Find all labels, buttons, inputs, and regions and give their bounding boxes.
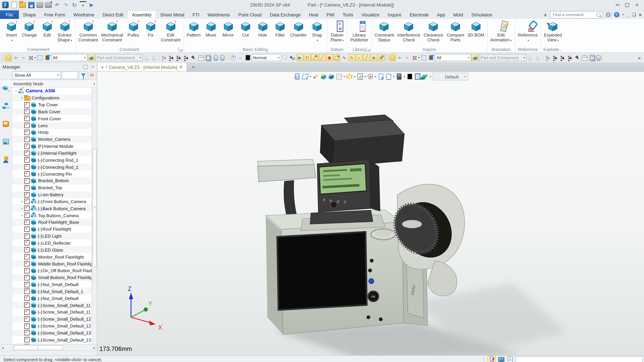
restore-button[interactable] <box>624 2 631 8</box>
dialog-launcher-icon[interactable] <box>178 47 182 51</box>
snap-add-icon[interactable] <box>396 54 403 61</box>
visibility-checkbox[interactable] <box>24 337 30 343</box>
redo-icon[interactable]: ↷ <box>62 2 69 8</box>
tree-row[interactable]: Middle Button_Roof Flashlig <box>12 260 92 267</box>
menu-tab[interactable]: Shape <box>19 10 40 19</box>
tree-row[interactable]: (-) Screw_Small_Default_13 <box>12 329 92 336</box>
snap-toggle-icon[interactable] <box>389 54 396 61</box>
visibility-checkbox[interactable] <box>24 261 30 267</box>
scroll-up-icon[interactable]: ▲ <box>93 82 96 85</box>
visibility-checkbox[interactable] <box>24 130 30 135</box>
visibility-checkbox[interactable] <box>24 240 30 246</box>
node-label[interactable]: Screw_Small_Default_13 <box>42 337 91 342</box>
node-label[interactable]: LED Light <box>42 234 62 239</box>
visibility-checkbox[interactable] <box>24 185 30 190</box>
visibility-checkbox[interactable] <box>24 268 30 273</box>
camera-model[interactable]: ZW3D <box>97 72 644 356</box>
settings-gear-icon[interactable] <box>606 12 611 17</box>
render-style-select[interactable]: ◦◦Default▾ <box>432 72 468 80</box>
color-filter-icon[interactable] <box>44 54 51 61</box>
document-tab[interactable]: + * Camera_V8.Z3 - [Internal Module] ✕ <box>97 63 187 71</box>
remove-from-selection-icon[interactable] <box>20 54 27 61</box>
ribbon-button[interactable]: Edit Animation▾ <box>489 20 513 43</box>
tree-search-input[interactable] <box>62 71 78 79</box>
node-label[interactable]: Screw_Small_Default_11 <box>42 310 90 315</box>
tree-row[interactable]: Front Cover <box>12 115 92 122</box>
customize-qat-icon[interactable]: ▾ <box>80 1 86 9</box>
mouse-gear-icon[interactable] <box>220 54 226 61</box>
visibility-checkbox[interactable] <box>24 282 30 287</box>
node-label[interactable]: LED Glass <box>42 247 63 252</box>
pick-inverse-icon[interactable] <box>183 54 190 61</box>
tree-row[interactable]: Hoop <box>12 129 92 136</box>
mdi-close-icon[interactable]: × <box>639 12 642 17</box>
tree-row[interactable]: (-) On_Off Button_Roof Flash <box>12 267 92 274</box>
menu-tab[interactable]: Inquire <box>384 10 406 19</box>
smart-pick-toggle-icon[interactable] <box>5 54 12 61</box>
node-label[interactable]: Connecting Rod_1 <box>42 158 78 162</box>
snap-midline-icon[interactable]: ╱ <box>363 54 370 61</box>
node-label[interactable]: On_Off Button_Roof Flash <box>42 268 92 273</box>
snap-line-end-icon[interactable]: ╱ <box>311 54 318 61</box>
snap-intersection-icon[interactable]: ↑ <box>356 54 362 61</box>
cursor-icon[interactable] <box>282 54 289 61</box>
ribbon-button[interactable]: Constraint Status <box>373 20 396 43</box>
node-label[interactable]: Internal Module <box>44 144 74 149</box>
ribbon-button[interactable]: Mirror <box>220 20 237 38</box>
menu-tab[interactable]: Mold <box>449 10 467 19</box>
visibility-checkbox[interactable] <box>24 296 30 301</box>
float-panel-icon[interactable] <box>83 65 88 69</box>
tree-row[interactable]: Bracket_Bottom <box>12 177 92 184</box>
minimize-button[interactable] <box>614 2 621 8</box>
color-filter-icon-right[interactable] <box>428 54 434 61</box>
node-label[interactable]: Back Buttons_Camera <box>42 206 86 211</box>
tree-row[interactable]: Monitor_Camera <box>12 136 92 143</box>
tree-row[interactable]: (-) Screw_Small_Default_12 <box>12 323 92 329</box>
ribbon-button[interactable]: Compare Parts <box>445 20 466 43</box>
node-label[interactable]: Top Buttons_Camera <box>38 213 79 218</box>
constraint-state-button[interactable] <box>88 71 96 79</box>
expand-arrow-icon[interactable] <box>20 96 24 100</box>
dropdown-caret-icon[interactable]: ▾ <box>310 75 311 78</box>
entity-filter-select-right[interactable]: All▾ <box>435 54 471 61</box>
tree-row[interactable]: (-) LED Light <box>12 233 92 240</box>
visibility-checkbox[interactable] <box>24 309 30 315</box>
display-mode-select[interactable]: Normal▾ <box>252 54 281 61</box>
ribbon-button[interactable]: Move <box>202 20 220 38</box>
node-label[interactable]: Roof Flashlight_Base <box>38 220 79 225</box>
node-label[interactable]: Nut_Small_Default <box>42 282 78 287</box>
help-dropdown-icon[interactable]: ▾ <box>622 13 624 16</box>
snap-quadrant-icon[interactable]: ◯ <box>333 54 340 61</box>
snap-remove-icon[interactable] <box>404 54 410 61</box>
node-label[interactable]: Middle Button_Roof Flashlig <box>38 261 92 266</box>
tree-vertical-scrollbar[interactable] <box>92 87 97 345</box>
layers-icon[interactable] <box>422 73 428 80</box>
render-mode-icon[interactable] <box>396 73 402 80</box>
select-arrow-icon-right[interactable] <box>574 54 581 61</box>
ribbon-button[interactable]: ↑ Common Constraint <box>77 20 100 43</box>
undo-icon[interactable]: ↶ <box>54 2 60 8</box>
node-label[interactable]: Camera_ASM <box>26 88 55 93</box>
pick-type-select-left[interactable]: Part and Component▾ <box>95 54 143 61</box>
tree-row[interactable]: Roof Flashlight_Base <box>12 219 92 226</box>
visibility-checkbox[interactable] <box>24 289 30 294</box>
pick-list-icon-right[interactable] <box>552 54 559 61</box>
tree-row[interactable]: (-) Connecting Rod_1 <box>12 157 92 163</box>
print-icon[interactable] <box>36 2 43 8</box>
display-toggle-icon[interactable] <box>498 356 505 362</box>
exit-target-icon[interactable] <box>294 73 300 80</box>
snap-grid-icon[interactable] <box>411 54 418 61</box>
ribbon-button[interactable]: Pattern <box>185 20 202 38</box>
ribbon-button[interactable]: ↑ Insert ▾ <box>3 20 20 43</box>
tree-row[interactable]: Camera_ASM <box>12 87 92 94</box>
ribbon-button[interactable]: 312 Datum Plane▾ <box>328 20 346 43</box>
pick-settings-icon[interactable] <box>289 54 296 61</box>
face-color-swatch[interactable] <box>244 54 251 61</box>
tab-close-icon[interactable]: ✕ <box>179 64 183 70</box>
menu-tab[interactable]: App <box>433 10 449 19</box>
menu-tab[interactable]: File <box>0 10 19 19</box>
menu-tab[interactable]: PMI <box>322 10 338 19</box>
visibility-checkbox[interactable] <box>24 303 30 308</box>
pick-all-icon-right[interactable] <box>559 54 566 61</box>
hscrollbar-thumb[interactable] <box>14 345 63 350</box>
